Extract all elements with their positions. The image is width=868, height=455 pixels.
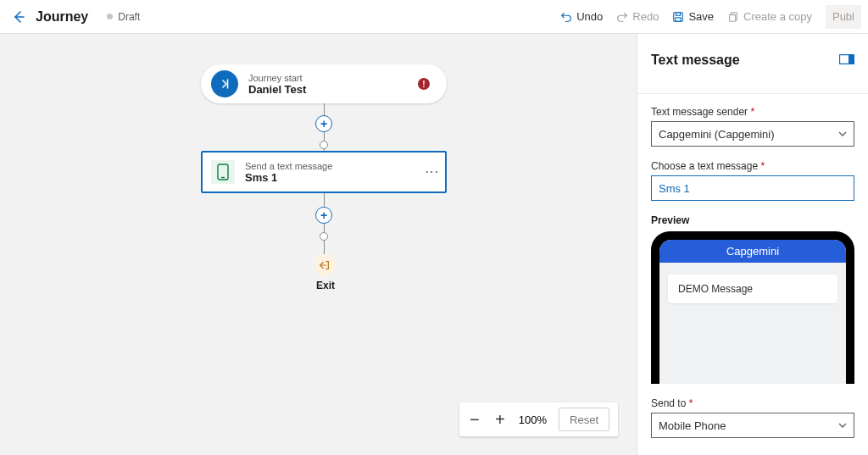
svg-rect-4 [730,14,736,21]
sms-caption: Send a text message [245,161,332,171]
svg-rect-9 [849,55,854,64]
connector-line [324,193,325,254]
redo-button[interactable]: Redo [616,10,659,23]
svg-rect-2 [676,12,681,15]
save-icon [672,11,684,23]
undo-icon [560,11,572,23]
connector-dot [320,232,328,241]
choose-message-field: Choose a text message * Sms 1 [651,160,854,201]
copy-icon [727,11,739,23]
phone-preview: Capgemini DEMO Message [651,231,854,384]
journey-start-node[interactable]: Journey start Daniel Test ! [201,64,447,103]
create-copy-button[interactable]: Create a copy [727,10,812,23]
top-bar-left: Journey Draft [10,8,140,25]
node-menu-button[interactable]: ⋮ [430,165,437,179]
journey-start-caption: Journey start [248,73,306,83]
zoom-in-button[interactable]: + [493,410,507,430]
zoom-reset-button[interactable]: Reset [559,408,609,431]
send-to-select[interactable]: Mobile Phone [651,413,854,438]
preview-header: Capgemini [659,240,846,263]
save-button[interactable]: Save [672,10,714,23]
sender-select[interactable]: Capgemini (Capgemini) [651,121,854,147]
add-step-button-2[interactable]: + [315,207,332,224]
connector-dot [320,141,328,149]
svg-rect-1 [674,12,683,21]
sms-name: Sms 1 [245,171,332,184]
preview-message: DEMO Message [668,275,837,303]
choose-message-select[interactable]: Sms 1 [651,175,854,201]
chevron-down-icon [838,421,847,430]
status-label: Draft [118,11,140,23]
panel-title: Text message [651,53,740,68]
send-to-field: Send to * Mobile Phone [651,397,854,438]
status-pill: Draft [107,11,140,23]
zoom-panel: − + 100% Reset [459,402,618,436]
back-arrow-icon[interactable] [10,8,27,25]
sms-node[interactable]: Send a text message Sms 1 ⋮ [201,151,447,193]
chevron-down-icon [838,130,847,138]
add-step-button-1[interactable]: + [315,115,332,132]
properties-panel: Text message Text message sender * Capge… [637,34,868,455]
canvas-area[interactable]: Journey start Daniel Test ! + Send a tex… [0,34,637,455]
journey-start-name: Daniel Test [248,83,306,96]
redo-icon [616,11,628,23]
exit-node[interactable] [314,254,336,276]
publish-button[interactable]: Publ [826,5,861,29]
main-area: Journey start Daniel Test ! + Send a tex… [0,34,868,455]
panel-action-icon[interactable] [839,53,854,68]
preview-label: Preview [651,214,854,226]
error-badge-icon[interactable]: ! [418,78,430,90]
undo-button[interactable]: Undo [560,10,603,23]
page-title: Journey [36,9,88,25]
zoom-value: 100% [519,413,547,426]
exit-label: Exit [316,280,335,291]
exit-icon [319,259,331,271]
status-dot-icon [107,14,113,19]
top-bar: Journey Draft Undo Redo Save Create a co… [0,0,868,34]
top-bar-right: Undo Redo Save Create a copy Publ [560,5,861,29]
journey-start-icon [211,70,238,97]
svg-rect-3 [676,17,681,20]
sender-field: Text message sender * Capgemini (Capgemi… [651,106,854,147]
sms-icon [211,160,235,184]
zoom-out-button[interactable]: − [468,410,481,430]
